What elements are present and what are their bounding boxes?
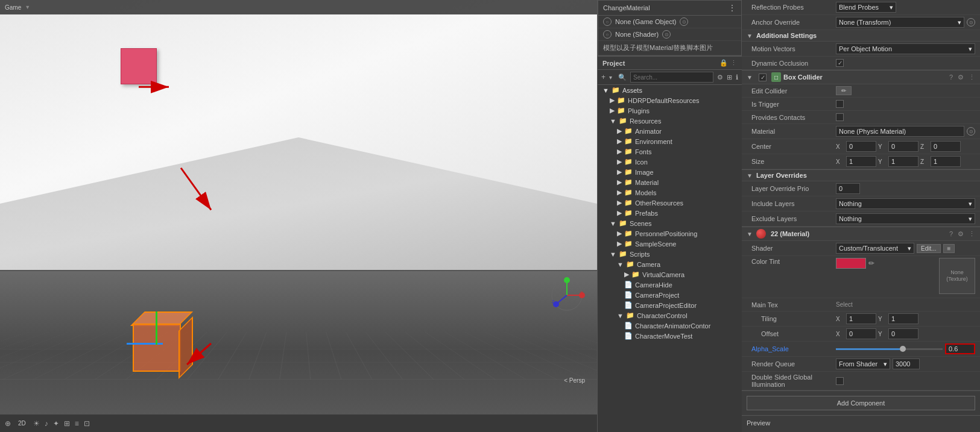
- tiling-y-input[interactable]: [888, 313, 918, 324]
- main-tex-preview[interactable]: None(Texture): [939, 258, 975, 294]
- offset-y-input[interactable]: [888, 328, 918, 339]
- script-characteranimatorcontor[interactable]: 📄 CharacterAnimatorContor: [598, 321, 742, 331]
- project-search-input[interactable]: [630, 72, 713, 83]
- shader-edit-button[interactable]: Edit...: [917, 244, 941, 253]
- gameobject-target-icon[interactable]: ⊙: [680, 17, 688, 26]
- folder-personnelpositioning[interactable]: ▶ 📁 PersonnelPositioning: [598, 228, 742, 239]
- folder-material[interactable]: ▶ 📁 Material: [598, 177, 742, 187]
- center-x-input[interactable]: [846, 141, 876, 152]
- change-material-menu[interactable]: ⋮: [728, 3, 736, 13]
- folder-samplescene[interactable]: ▶ 📁 SampleScene: [598, 239, 742, 249]
- layer-priority-input[interactable]: [836, 183, 860, 194]
- scene-toolbar-light[interactable]: ☀: [33, 419, 40, 428]
- folder-hdrp[interactable]: ▶ 📁 HDRPDefaultResources: [598, 95, 742, 105]
- render-queue-source-dropdown[interactable]: From Shader ▾: [836, 358, 890, 369]
- project-info-icon[interactable]: ℹ: [736, 74, 738, 81]
- tiling-x-input[interactable]: [846, 313, 876, 324]
- collider-material-dropdown[interactable]: None (Physic Material): [836, 126, 964, 137]
- exclude-layers-chevron: ▾: [969, 215, 972, 223]
- project-filter-icon[interactable]: ⚙: [717, 74, 723, 81]
- size-x-input[interactable]: [846, 156, 876, 167]
- scene-gizmo[interactable]: X Y Z: [549, 277, 585, 313]
- color-tint-eyedropper[interactable]: ✏: [868, 259, 874, 268]
- anchor-override-dropdown[interactable]: None (Transform) ▾: [836, 17, 964, 28]
- center-y-input[interactable]: [888, 141, 918, 152]
- additional-settings-header[interactable]: ▼ Additional Settings: [742, 30, 980, 42]
- project-lock-icon[interactable]: 🔒: [719, 59, 728, 67]
- folder-plugins[interactable]: ▶ 📁 Plugins: [598, 105, 742, 116]
- folder-scenes[interactable]: ▼ 📁 Scenes: [598, 218, 742, 228]
- anchor-override-value: None (Transform) ▾ ⊙: [836, 17, 975, 28]
- script-cameraprojecteditor[interactable]: 📄 CameraProjectEditor: [598, 300, 742, 310]
- alpha-scale-input[interactable]: [945, 343, 975, 354]
- reflection-probes-dropdown[interactable]: Blend Probes ▾: [836, 2, 896, 13]
- folder-resources[interactable]: ▼ 📁 Resources: [598, 116, 742, 126]
- material-settings[interactable]: ⚙: [958, 230, 964, 238]
- project-menu-icon[interactable]: ⋮: [730, 59, 737, 67]
- folder-otherresources[interactable]: ▶ 📁 OtherResources: [598, 198, 742, 208]
- folder-prefabs[interactable]: ▶ 📁 Prefabs: [598, 208, 742, 218]
- project-dropdown-btn[interactable]: ▾: [609, 74, 612, 81]
- box-collider-help[interactable]: ?: [949, 74, 953, 81]
- scene-toolbar-pivot[interactable]: ⊕: [5, 419, 11, 428]
- add-component-button[interactable]: Add Component: [747, 396, 975, 410]
- shader-dropdown[interactable]: Custom/Translucent ▾: [836, 243, 914, 254]
- scene-toolbar-more[interactable]: ⊡: [84, 419, 90, 428]
- folder-camera[interactable]: ▼ 📁 Camera: [598, 259, 742, 269]
- project-columns-icon[interactable]: ⊞: [727, 74, 732, 81]
- edit-collider-button[interactable]: ✏: [836, 86, 852, 95]
- scene-2d-button[interactable]: 2D: [16, 419, 28, 428]
- shader-more-button[interactable]: ≡: [943, 244, 955, 253]
- motion-vectors-dropdown[interactable]: Per Object Motion ▾: [836, 43, 975, 54]
- material-help[interactable]: ?: [949, 230, 953, 237]
- folder-virtualcamera[interactable]: ▶ 📁 VirtualCamera: [598, 269, 742, 280]
- is-trigger-value: [836, 100, 975, 108]
- project-add-button[interactable]: +: [601, 73, 605, 81]
- alpha-scale-label-text[interactable]: Alpha_Scale: [751, 345, 789, 352]
- size-z-input[interactable]: [931, 156, 961, 167]
- folder-charactercontrol[interactable]: ▼ 📁 CharacterControl: [598, 310, 742, 321]
- render-queue-value-input[interactable]: [893, 358, 920, 369]
- folder-fonts[interactable]: ▶ 📁 Fonts: [598, 146, 742, 157]
- project-search-icon[interactable]: 🔍: [618, 74, 627, 81]
- center-z-input[interactable]: [931, 141, 961, 152]
- is-trigger-checkbox[interactable]: [836, 100, 844, 108]
- folder-icon[interactable]: ▶ 📁 Icon: [598, 157, 742, 167]
- script-camerahide[interactable]: 📄 CameraHide: [598, 280, 742, 290]
- exclude-layers-dropdown[interactable]: Nothing ▾: [836, 213, 975, 224]
- box-collider-settings[interactable]: ⚙: [958, 74, 964, 81]
- alpha-scale-slider[interactable]: [836, 348, 943, 350]
- models-folder-icon: 📁: [624, 189, 633, 196]
- script-cameraproject[interactable]: 📄 CameraProject: [598, 290, 742, 300]
- scene-toolbar-view[interactable]: ⊞: [64, 419, 70, 428]
- anchor-override-picker[interactable]: ⊙: [967, 18, 975, 27]
- gameobject-picker-icon[interactable]: ○: [603, 17, 612, 26]
- material-menu[interactable]: ⋮: [969, 230, 975, 238]
- offset-x-input[interactable]: [846, 328, 876, 339]
- double-sided-checkbox[interactable]: [836, 377, 844, 385]
- layer-overrides-header[interactable]: ▼ Layer Overrides: [742, 170, 980, 181]
- color-tint-swatch[interactable]: [836, 258, 866, 269]
- assets-folder[interactable]: ▼ 📁 Assets: [598, 85, 742, 95]
- material-header[interactable]: ▼ 22 (Material) ? ⚙ ⋮: [742, 227, 980, 241]
- dynamic-occlusion-checkbox[interactable]: [836, 59, 844, 67]
- provides-contacts-checkbox[interactable]: [836, 113, 844, 121]
- offset-row: Offset X Y: [742, 327, 980, 342]
- box-collider-enabled[interactable]: [759, 74, 767, 81]
- collider-material-picker[interactable]: ⊙: [967, 127, 975, 136]
- scene-toolbar-fx[interactable]: ✦: [53, 419, 59, 428]
- box-collider-header[interactable]: ▼ □ Box Collider ? ⚙ ⋮: [742, 70, 980, 84]
- scene-toolbar-grid[interactable]: ≡: [75, 419, 79, 428]
- folder-models[interactable]: ▶ 📁 Models: [598, 187, 742, 198]
- folder-scripts[interactable]: ▼ 📁 Scripts: [598, 249, 742, 259]
- scene-toolbar-audio[interactable]: ♪: [45, 419, 48, 428]
- size-y-input[interactable]: [888, 156, 918, 167]
- shader-picker-icon[interactable]: ○: [603, 30, 612, 39]
- shader-target-icon[interactable]: ⊙: [662, 30, 671, 39]
- folder-environment[interactable]: ▶ 📁 Environment: [598, 136, 742, 146]
- folder-animator[interactable]: ▶ 📁 Animator: [598, 126, 742, 136]
- script-charactermovetest[interactable]: 📄 CharacterMoveTest: [598, 331, 742, 341]
- folder-image[interactable]: ▶ 📁 Image: [598, 167, 742, 177]
- box-collider-menu[interactable]: ⋮: [969, 74, 975, 81]
- include-layers-dropdown[interactable]: Nothing ▾: [836, 198, 975, 209]
